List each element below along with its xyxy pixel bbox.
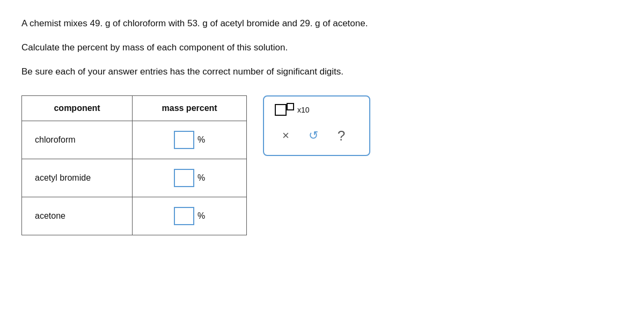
- component-cell: acetone: [22, 197, 133, 235]
- mass-percent-input-acetyl-bromide[interactable]: [174, 169, 194, 187]
- undo-icon: ↺: [309, 129, 318, 143]
- col1-header: component: [22, 95, 133, 121]
- problem-line3: Be sure each of your answer entries has …: [21, 64, 623, 79]
- mass-percent-table: component mass percent chloroform%acetyl…: [21, 95, 247, 235]
- component-cell: chloroform: [22, 121, 133, 159]
- problem-text: A chemist mixes 49. g of chloroform with…: [21, 16, 623, 79]
- mass-percent-cell: %: [133, 197, 247, 235]
- cross-icon: ×: [282, 129, 289, 143]
- input-wrapper: %: [149, 169, 230, 187]
- mass-percent-input-acetone[interactable]: [174, 207, 194, 225]
- exponent-icon: [275, 104, 294, 116]
- undo-button[interactable]: ↺: [306, 127, 320, 145]
- clear-button[interactable]: ×: [280, 127, 291, 145]
- table-row: acetyl bromide%: [22, 159, 247, 197]
- component-cell: acetyl bromide: [22, 159, 133, 197]
- problem-line2: Calculate the percent by mass of each co…: [21, 40, 623, 55]
- help-button[interactable]: ?: [335, 125, 347, 146]
- input-wrapper: %: [149, 131, 230, 149]
- table-row: chloroform%: [22, 121, 247, 159]
- mass-percent-input-chloroform[interactable]: [174, 131, 194, 149]
- input-wrapper: %: [149, 207, 230, 225]
- base-box: [275, 104, 287, 116]
- problem-line1: A chemist mixes 49. g of chloroform with…: [21, 16, 623, 31]
- tool-panel: x10 × ↺ ?: [263, 95, 370, 156]
- mass-percent-cell: %: [133, 121, 247, 159]
- percent-sign: %: [197, 135, 205, 145]
- tool-buttons: × ↺ ?: [275, 125, 358, 146]
- percent-sign: %: [197, 173, 205, 183]
- help-icon: ?: [338, 128, 345, 144]
- table-row: acetone%: [22, 197, 247, 235]
- exponent-selector: x10: [275, 104, 358, 116]
- col2-header: mass percent: [133, 95, 247, 121]
- mass-percent-cell: %: [133, 159, 247, 197]
- x10-label: x10: [297, 106, 310, 114]
- exp-box: [287, 103, 294, 110]
- percent-sign: %: [197, 211, 205, 221]
